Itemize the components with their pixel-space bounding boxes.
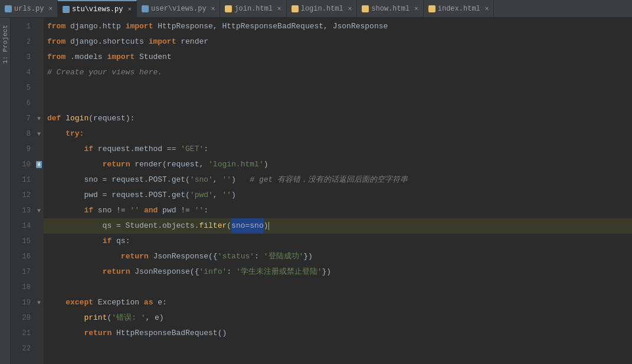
code-line-6	[44, 96, 632, 111]
gutter-2	[34, 34, 44, 50]
line-numbers: 1 2 3 4 5 6 7 8 9 10 11 12 13 14 15 16 1…	[11, 18, 34, 364]
tab-show[interactable]: show.html ×	[357, 0, 423, 18]
gutter-11	[34, 172, 44, 188]
tab-urls[interactable]: urls.py ×	[0, 0, 58, 18]
gutter-20	[34, 310, 44, 326]
gutter-14	[34, 218, 44, 234]
line-num-13: 13	[11, 203, 31, 218]
line-num-3: 3	[11, 50, 31, 65]
line-num-5: 5	[11, 80, 31, 96]
gutter-8[interactable]: ▼	[34, 126, 44, 142]
code-content[interactable]: from django.http import HttpResponse, Ht…	[44, 18, 632, 364]
line-num-20: 20	[11, 310, 31, 326]
bookmark-icon: H	[35, 160, 43, 169]
tab-close-show[interactable]: ×	[414, 5, 418, 12]
code-line-1: from django.http import HttpResponse, Ht…	[44, 19, 632, 34]
code-line-16: return JsonResponse({'status': '登陆成功'})	[44, 249, 632, 264]
code-line-2: from django.shortcuts import render	[44, 34, 632, 50]
line-num-7: 7	[11, 111, 31, 126]
project-sidebar[interactable]: 1: Project	[0, 18, 11, 364]
gutter-5	[34, 80, 44, 96]
line-num-9: 9	[11, 142, 31, 157]
tab-join[interactable]: join.html ×	[220, 0, 286, 18]
code-line-20: print('错误: ', e)	[44, 310, 632, 326]
tab-icon-user-views	[142, 5, 149, 12]
line-num-19: 19	[11, 295, 31, 310]
sidebar-label: 1: Project	[2, 25, 9, 64]
line-num-8: 8	[11, 126, 31, 142]
tab-close-stu-views[interactable]: ×	[127, 6, 132, 13]
line-num-16: 16	[11, 249, 31, 264]
tab-close-login[interactable]: ×	[348, 5, 352, 12]
tab-icon-index	[428, 5, 435, 12]
tab-login[interactable]: login.html ×	[287, 0, 358, 18]
line-num-22: 22	[11, 341, 31, 356]
tab-label-urls: urls.py	[14, 5, 44, 13]
line-num-11: 11	[11, 172, 31, 188]
line-num-2: 2	[11, 34, 31, 50]
gutter-18	[34, 280, 44, 295]
code-line-3: from .models import Student	[44, 50, 632, 65]
main-area: 1: Project 1 2 3 4 5 6 7 8 9 10 11 12 13…	[0, 18, 632, 364]
tab-stu-views[interactable]: stu\views.py ×	[58, 0, 137, 18]
tab-close-index[interactable]: ×	[485, 5, 489, 12]
tab-icon-stu-views	[63, 6, 70, 13]
gutter: ▼ ▼ H ▼ ▼	[34, 18, 44, 364]
code-line-9: if request.method == 'GET':	[44, 142, 632, 157]
gutter-1	[34, 19, 44, 34]
line-num-1: 1	[11, 19, 31, 34]
tab-icon-join	[225, 5, 232, 12]
code-line-14: qs = Student.objects.filter(sno=sno)	[44, 218, 632, 234]
gutter-19[interactable]: ▼	[34, 295, 44, 310]
tab-icon-login	[292, 5, 299, 12]
code-line-18	[44, 280, 632, 295]
tab-close-urls[interactable]: ×	[48, 5, 53, 12]
tab-label-login: login.html	[301, 5, 343, 13]
line-num-15: 15	[11, 234, 31, 249]
line-num-4: 4	[11, 65, 31, 80]
gutter-17	[34, 264, 44, 280]
gutter-15	[34, 234, 44, 249]
tab-label-index: index.html	[438, 5, 480, 13]
line-num-14: 14	[11, 218, 31, 234]
gutter-7[interactable]: ▼	[34, 111, 44, 126]
code-line-8: try:	[44, 126, 632, 142]
gutter-4	[34, 65, 44, 80]
tab-user-views[interactable]: user\views.py ×	[137, 0, 220, 18]
gutter-13[interactable]: ▼	[34, 203, 44, 218]
gutter-9	[34, 142, 44, 157]
line-num-17: 17	[11, 264, 31, 280]
svg-text:H: H	[38, 162, 41, 168]
tab-icon-show	[362, 5, 369, 12]
code-line-15: if qs:	[44, 234, 632, 249]
gutter-16	[34, 249, 44, 264]
code-line-7: def login(request):	[44, 111, 632, 126]
line-num-10: 10	[11, 157, 31, 172]
gutter-6	[34, 96, 44, 111]
line-num-6: 6	[11, 96, 31, 111]
line-num-21: 21	[11, 326, 31, 341]
code-line-11: sno = request.POST.get('sno', '') # get …	[44, 172, 632, 188]
tab-label-show: show.html	[371, 5, 410, 13]
code-editor[interactable]: 1 2 3 4 5 6 7 8 9 10 11 12 13 14 15 16 1…	[11, 18, 632, 364]
line-num-18: 18	[11, 280, 31, 295]
code-line-17: return JsonResponse({'info': '学生未注册或禁止登陆…	[44, 264, 632, 280]
code-line-10: return render(request, 'login.html')	[44, 157, 632, 172]
code-line-21: return HttpResponseBadRequest()	[44, 326, 632, 341]
code-line-22	[44, 341, 632, 356]
tab-bar: urls.py × stu\views.py × user\views.py ×…	[0, 0, 632, 18]
gutter-21	[34, 326, 44, 341]
tab-label-user-views: user\views.py	[151, 5, 207, 13]
line-num-12: 12	[11, 188, 31, 203]
code-line-5	[44, 80, 632, 96]
gutter-3	[34, 50, 44, 65]
tab-icon-urls	[5, 5, 12, 12]
tab-close-join[interactable]: ×	[277, 5, 281, 12]
gutter-12	[34, 188, 44, 203]
gutter-10: H	[34, 157, 44, 172]
code-line-4: # Create your views here.	[44, 65, 632, 80]
tab-label-stu-views: stu\views.py	[72, 5, 123, 14]
code-line-19: except Exception as e:	[44, 295, 632, 310]
tab-close-user-views[interactable]: ×	[211, 5, 215, 12]
tab-index[interactable]: index.html ×	[424, 0, 495, 18]
